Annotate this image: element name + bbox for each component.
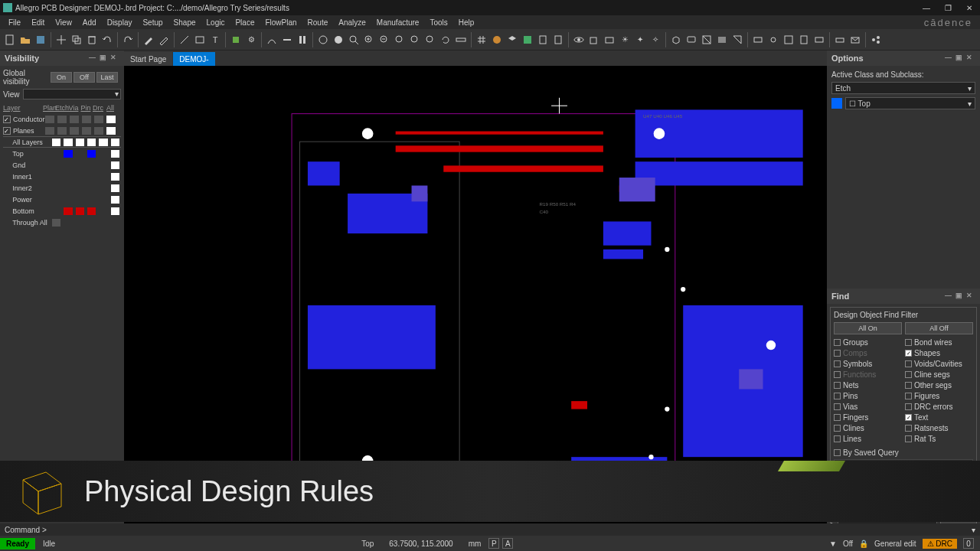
menu-add[interactable]: Add xyxy=(77,18,102,27)
layer-swatch[interactable] xyxy=(45,116,54,123)
find-close-icon[interactable]: ✕ xyxy=(966,292,975,301)
layer-swatch[interactable] xyxy=(94,116,103,123)
layer-swatch[interactable] xyxy=(52,207,60,215)
find-min-icon[interactable]: — xyxy=(945,292,954,301)
layer-swatch[interactable] xyxy=(76,219,84,227)
filter-checkbox[interactable] xyxy=(905,414,912,421)
gear-icon[interactable]: ⚙ xyxy=(244,33,258,47)
layer-swatch[interactable] xyxy=(111,207,119,215)
refresh-icon[interactable] xyxy=(439,33,452,47)
layer-swatch[interactable] xyxy=(57,127,67,135)
subclass-select[interactable]: ☐ Top▾ xyxy=(845,97,975,109)
filter-checkbox[interactable] xyxy=(834,414,841,421)
close-button[interactable]: ✕ xyxy=(962,2,977,13)
layer-swatch[interactable] xyxy=(106,116,116,123)
new-icon[interactable] xyxy=(3,33,17,47)
tab-start-page[interactable]: Start Page xyxy=(124,52,172,66)
layer-swatch[interactable] xyxy=(64,184,72,192)
layer-swatch[interactable] xyxy=(82,127,91,135)
gerber-icon[interactable] xyxy=(797,33,811,47)
opt-min-icon[interactable]: — xyxy=(945,54,954,63)
layer-swatch[interactable] xyxy=(64,196,72,204)
tab-demo[interactable]: DEMOJ- xyxy=(173,52,214,66)
filter-checkbox[interactable] xyxy=(834,435,841,442)
circle-icon[interactable] xyxy=(316,33,330,47)
subclass-color[interactable] xyxy=(831,98,842,109)
filter-checkbox[interactable] xyxy=(905,360,912,367)
layer-swatch[interactable] xyxy=(99,139,107,146)
layer-swatch[interactable] xyxy=(87,184,96,192)
layer-swatch[interactable] xyxy=(111,150,119,158)
filter-checkbox[interactable] xyxy=(905,425,912,432)
highlight-icon[interactable] xyxy=(142,33,155,47)
opt-pop-icon[interactable]: ▣ xyxy=(956,54,965,63)
layer-swatch[interactable] xyxy=(64,207,72,215)
layer-swatch[interactable] xyxy=(87,150,96,158)
layer-swatch[interactable] xyxy=(87,196,96,204)
layer-swatch[interactable] xyxy=(99,150,107,158)
layer-swatch[interactable] xyxy=(45,127,54,135)
layer-swatch[interactable] xyxy=(99,196,107,204)
check-icon[interactable] xyxy=(715,33,729,47)
layer-swatch[interactable] xyxy=(64,150,72,158)
layer-swatch[interactable] xyxy=(87,173,96,181)
dehighlight-icon[interactable] xyxy=(157,33,171,47)
zoom-fit-icon[interactable] xyxy=(347,33,361,47)
minimize-button[interactable]: — xyxy=(919,2,934,13)
menu-edit[interactable]: Edit xyxy=(26,18,50,27)
place-icon[interactable] xyxy=(229,33,243,47)
zoom-in-icon[interactable] xyxy=(362,33,376,47)
filter-checkbox[interactable] xyxy=(905,382,912,389)
layer-swatch[interactable] xyxy=(87,161,96,169)
ruler-icon[interactable] xyxy=(454,33,468,47)
layer-swatch[interactable] xyxy=(76,207,84,215)
layer-swatch[interactable] xyxy=(76,184,84,192)
report-icon[interactable] xyxy=(536,33,550,47)
menu-help[interactable]: Help xyxy=(453,18,480,27)
filter-checkbox[interactable] xyxy=(905,393,912,399)
find-pop-icon[interactable]: ▣ xyxy=(956,292,965,301)
layer-swatch[interactable] xyxy=(87,207,96,215)
camera-icon[interactable] xyxy=(603,33,616,47)
via-icon[interactable] xyxy=(296,33,309,47)
share-icon[interactable] xyxy=(869,33,883,47)
filter-checkbox[interactable] xyxy=(905,350,912,357)
shape-icon[interactable] xyxy=(332,33,345,47)
artwork-icon[interactable] xyxy=(782,33,795,47)
filter-checkbox[interactable] xyxy=(905,339,912,346)
mail-icon[interactable] xyxy=(848,33,862,47)
layer-swatch[interactable] xyxy=(82,116,91,123)
cube-icon[interactable] xyxy=(669,33,683,47)
3d-icon[interactable] xyxy=(587,33,601,47)
menu-setup[interactable]: Setup xyxy=(137,18,168,27)
layer-swatch[interactable] xyxy=(64,219,72,227)
layer-swatch[interactable] xyxy=(76,150,84,158)
layer-swatch[interactable] xyxy=(87,219,96,227)
layer-cb[interactable] xyxy=(3,127,11,135)
diff-icon[interactable] xyxy=(730,33,744,47)
open-icon[interactable] xyxy=(18,33,32,47)
menu-flowplan[interactable]: FlowPlan xyxy=(260,18,302,27)
layer-swatch[interactable] xyxy=(111,173,119,181)
filter-checkbox[interactable] xyxy=(834,425,841,432)
layer-swatch[interactable] xyxy=(111,139,119,146)
filter-checkbox[interactable] xyxy=(834,382,841,389)
zoom-world-icon[interactable] xyxy=(423,33,437,47)
layer-swatch[interactable] xyxy=(52,161,60,169)
zoom-out-icon[interactable] xyxy=(377,33,391,47)
route-icon[interactable] xyxy=(265,33,279,47)
layer-swatch[interactable] xyxy=(76,173,84,181)
filter-checkbox[interactable] xyxy=(834,393,841,399)
layer-swatch[interactable] xyxy=(111,184,119,192)
menu-view[interactable]: View xyxy=(50,18,77,27)
redo-icon[interactable] xyxy=(121,33,135,47)
menu-analyze[interactable]: Analyze xyxy=(333,18,371,27)
copy-icon[interactable] xyxy=(70,33,83,47)
export-icon[interactable] xyxy=(551,33,565,47)
vis-last-button[interactable]: Last xyxy=(96,72,118,83)
layer-swatch[interactable] xyxy=(52,173,60,181)
layer-swatch[interactable] xyxy=(64,161,72,169)
layer-swatch[interactable] xyxy=(52,184,60,192)
vis-off-button[interactable]: Off xyxy=(74,72,95,83)
layer-cb[interactable] xyxy=(3,116,11,123)
